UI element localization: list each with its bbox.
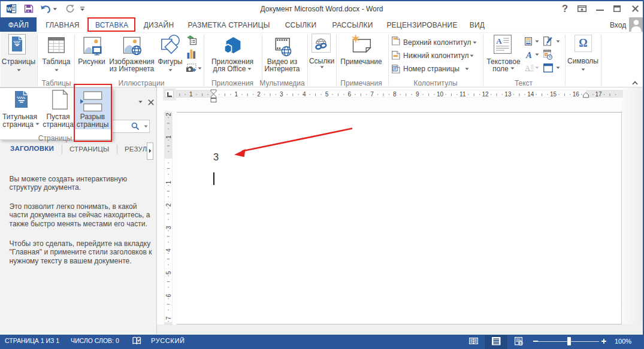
svg-text:16: 16	[573, 91, 580, 98]
svg-text:1: 1	[189, 91, 193, 98]
svg-text:9: 9	[416, 91, 419, 98]
svg-text:W: W	[7, 6, 12, 12]
svg-text:3: 3	[165, 226, 172, 229]
svg-text:11: 11	[459, 91, 466, 98]
svg-text:A: A	[496, 37, 502, 45]
svg-text:4: 4	[303, 91, 306, 98]
svg-text:12: 12	[482, 91, 489, 98]
svg-text:A: A	[525, 50, 532, 59]
svg-text:?: ?	[562, 3, 568, 14]
svg-text:1: 1	[165, 135, 172, 139]
svg-text:4: 4	[165, 248, 172, 252]
svg-text:6: 6	[165, 293, 172, 297]
svg-text:1: 1	[165, 180, 172, 184]
svg-text:8: 8	[393, 91, 397, 98]
svg-text:5: 5	[165, 271, 172, 275]
svg-text:#: #	[394, 66, 397, 71]
svg-text:13: 13	[504, 91, 512, 98]
svg-text:3: 3	[280, 91, 283, 98]
svg-text:1: 1	[235, 91, 238, 98]
svg-text:17: 17	[595, 91, 603, 98]
svg-text:14: 14	[527, 91, 534, 98]
svg-text:6: 6	[348, 91, 352, 98]
svg-text:5: 5	[325, 91, 329, 98]
svg-text:15: 15	[550, 91, 557, 98]
svg-text:2: 2	[165, 203, 172, 207]
svg-text:7: 7	[370, 91, 374, 98]
svg-text:2: 2	[257, 91, 261, 98]
svg-text:10: 10	[437, 91, 444, 98]
svg-text:7: 7	[165, 316, 172, 320]
svg-text:2: 2	[165, 113, 172, 116]
